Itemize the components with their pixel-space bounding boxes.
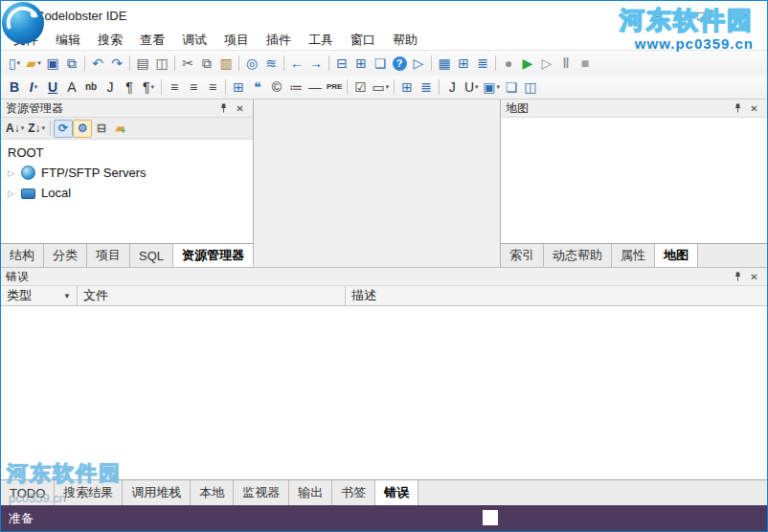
align-left-icon[interactable]: ≡ [165,77,184,98]
expander-icon[interactable]: ▷ [8,188,21,198]
split-horizontal-icon[interactable]: ⊟ [332,53,351,74]
anchor-icon[interactable]: J [101,77,120,98]
paragraph-icon[interactable]: ¶ [120,77,139,98]
bottom-tab-4[interactable]: 本地 [191,480,234,505]
sort-ascending-icon[interactable]: A↓▾ [4,120,26,138]
new-file-icon[interactable]: ▯▾ [5,53,24,74]
menu-item-10[interactable]: 帮助 [384,30,426,51]
bottom-tab-6[interactable]: 输出 [289,480,332,505]
map-tab-3[interactable]: 属性 [612,244,655,267]
stop-icon[interactable]: ■ [576,53,595,74]
copy-icon[interactable]: ⧉ [197,53,216,74]
maximize-button[interactable]: □ [679,1,723,30]
menu-item-1[interactable]: 文件 [5,30,47,51]
tree-item-1[interactable]: ROOT [1,143,253,163]
explorer-close-button[interactable]: ✕ [232,100,248,116]
forward-icon[interactable]: → [306,53,326,74]
rows-icon[interactable]: ≣ [417,77,436,98]
bottom-tab-8[interactable]: 错误 [375,480,418,505]
save-all-icon[interactable]: ⧉ [62,53,81,74]
menu-item-2[interactable]: 编辑 [47,30,89,51]
map-tab-2[interactable]: 动态帮助 [544,244,612,267]
sort-descending-icon[interactable]: Z↓▾ [26,120,47,138]
split-icon[interactable]: ◫ [521,77,540,98]
bold-icon[interactable]: B [5,77,24,98]
collapse-all-icon[interactable]: ⊟ [92,120,111,138]
map-tab-4[interactable]: 地图 [655,244,698,267]
minimize-button[interactable]: – [635,1,679,30]
record-icon[interactable]: ● [499,53,518,74]
error-column-description[interactable]: 描述 [346,286,767,305]
save-icon[interactable]: ▣ [43,53,62,74]
explorer-tab-4[interactable]: SQL [130,244,173,267]
align-center-icon[interactable]: ≡ [184,77,203,98]
tree-item-2[interactable]: ▷FTP/SFTP Servers [1,163,253,183]
close-button[interactable]: ✕ [723,1,767,30]
font-icon[interactable]: A [62,77,81,98]
split-vertical-icon[interactable]: ⊞ [351,53,371,74]
explorer-pin-button[interactable] [215,100,232,116]
print-icon[interactable]: ▤ [133,53,152,74]
step-icon[interactable]: ▷ [537,53,556,74]
italic-icon[interactable]: I▾ [24,77,43,98]
frame-icon[interactable]: ❏ [502,77,521,98]
menu-item-3[interactable]: 搜索 [89,30,131,51]
errors-pin-button[interactable] [730,269,746,284]
panels-icon[interactable]: ▦ [435,53,454,74]
special-chars-icon[interactable]: ≋ [261,53,281,74]
error-column-file[interactable]: 文件 [78,286,346,305]
tree-item-3[interactable]: ▷Local [1,183,253,203]
settings-gear-icon[interactable]: ⚙ [73,120,92,138]
errors-close-button[interactable]: ✕ [746,269,762,284]
bottom-tab-2[interactable]: 搜索结果 [55,480,123,505]
copyright-icon[interactable]: © [267,77,286,98]
paste-icon[interactable]: ▥ [216,53,236,74]
new-folder-icon[interactable]: ▰+ [111,120,130,138]
list-view-icon[interactable]: ≣ [473,53,492,74]
checkbox-icon[interactable]: ☑ [350,77,370,98]
run-in-browser-icon[interactable]: ▷ [409,53,428,74]
explorer-tab-1[interactable]: 结构 [1,244,44,267]
bottom-tab-1[interactable]: TODO [1,480,55,505]
cut-icon[interactable]: ✂ [178,53,197,74]
menu-item-8[interactable]: 工具 [300,30,342,51]
expander-icon[interactable]: ▷ [8,168,21,178]
pause-icon[interactable]: ‖ [556,53,576,74]
dropdown-list-icon[interactable]: ▭▾ [370,77,391,98]
align-right-icon[interactable]: ≡ [203,77,222,98]
underline-icon[interactable]: U [43,77,62,98]
open-folder-icon[interactable]: ▰▾ [24,53,43,74]
paragraph-style-icon[interactable]: ¶▾ [139,77,158,98]
pre-icon[interactable]: PRE [325,77,344,98]
map-pin-button[interactable] [730,100,746,116]
bottom-tab-5[interactable]: 监视器 [234,480,289,505]
error-column-type[interactable]: 类型 ▼ [1,286,78,305]
grid-icon[interactable]: ⊞ [397,77,417,98]
table-view-icon[interactable]: ⊞ [454,53,473,74]
help-icon[interactable]: ? [390,53,409,74]
explorer-tab-3[interactable]: 项目 [87,244,130,267]
bottom-tab-7[interactable]: 书签 [332,480,375,505]
refresh-icon[interactable]: ⟳ [54,120,73,138]
highlight-icon[interactable]: ▣▾ [481,77,502,98]
find-icon[interactable]: ◎ [242,53,261,74]
script-icon[interactable]: J [442,77,462,98]
bottom-tab-3[interactable]: 调用堆栈 [123,480,191,505]
undo-icon[interactable]: ↶ [88,53,107,74]
browser-window-icon[interactable]: ❏ [371,53,390,74]
list-icon[interactable]: ≔ [286,77,305,98]
menu-item-5[interactable]: 调试 [173,30,215,51]
horizontal-rule-icon[interactable]: — [305,77,325,98]
print-preview-icon[interactable]: ◫ [152,53,171,74]
menu-item-9[interactable]: 窗口 [342,30,384,51]
back-icon[interactable]: ← [287,53,306,74]
explorer-tab-2[interactable]: 分类 [44,244,87,267]
map-tab-1[interactable]: 索引 [501,244,544,267]
comment-icon[interactable]: ❝ [248,77,267,98]
explorer-tab-5[interactable]: 资源管理器 [173,244,254,267]
nbsp-icon[interactable]: nb [81,77,101,98]
menu-item-7[interactable]: 插件 [258,30,300,51]
menu-item-4[interactable]: 查看 [131,30,173,51]
redo-icon[interactable]: ↷ [107,53,126,74]
map-close-button[interactable]: ✕ [746,100,762,116]
